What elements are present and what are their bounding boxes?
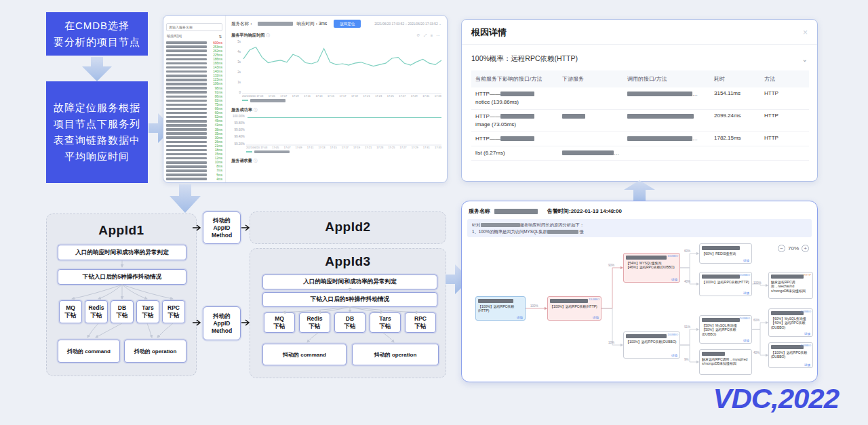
service-response-time: 8ms: [216, 165, 222, 168]
node-detail-link[interactable]: 详情: [671, 278, 677, 281]
node-cause-text: 【100%】远程RPC依赖(DUBBO): [626, 340, 677, 344]
service-name-redacted: [166, 54, 207, 57]
svg-text:40%: 40%: [684, 280, 690, 283]
svg-text:60%: 60%: [753, 319, 760, 322]
arrow-down-icon: [82, 57, 112, 81]
service-name-label: 服务名称：: [231, 21, 254, 27]
chart1-legend: [242, 99, 441, 102]
svg-text:100%: 100%: [753, 281, 762, 285]
table-row[interactable]: HTTP——notice (139.86ms)…3154.11msHTTP: [471, 87, 809, 110]
service-name-redacted: [166, 153, 207, 156]
node-title-redacted: [771, 311, 804, 315]
table-header: 下游服务: [558, 70, 623, 87]
root-cause-graph: 100%90%10%60%40%100%91%9%60%40% 【100%】远程…: [467, 243, 813, 378]
service-response-time: 91ms: [215, 91, 222, 94]
graph-node-w6[interactable]: 触发远程RPC调用，mysql/reds/mongoDB未知慢根因: [699, 349, 752, 375]
service-name-redacted: [166, 91, 207, 94]
appid3-operation-box: 抖动的 operation: [352, 344, 439, 365]
service-response-time: 41ms: [215, 123, 222, 127]
service-name-redacted: [166, 49, 207, 52]
graph-node-w7[interactable]: DUBBO【60%】MySQL查询慢【40%】远程RPC依赖(DUBBO)详情: [768, 308, 813, 337]
node-detail-link[interactable]: 详情: [517, 316, 523, 319]
service-list-item[interactable]: 4ms: [166, 177, 222, 181]
trace-service-redacted: [494, 209, 538, 214]
service-response-time: 26ms: [215, 140, 222, 144]
service-response-time: 35ms: [215, 132, 222, 136]
axis-tick: 17:13: [315, 94, 322, 98]
axis-tick: 17:29: [412, 146, 418, 149]
graph-node-w4[interactable]: DUBBO【100%】远程RPC依赖(DUBBO)详情: [623, 331, 680, 359]
service-response-time: 4ms: [216, 178, 222, 181]
graph-node-root[interactable]: 【100%】远程RPC依赖(HTTP)详情: [475, 296, 526, 321]
service-response-time: 38ms: [215, 128, 222, 131]
node-detail-link[interactable]: 详情: [743, 259, 749, 262]
graph-node-w2[interactable]: DUBBO【100%】远程RPC依赖(HTTP)详情: [699, 272, 752, 296]
axis-tick: 5s: [231, 40, 241, 43]
chart1-line-chart: [242, 40, 441, 94]
node-title-redacted: [478, 299, 513, 303]
service-response-time: 132ms: [213, 74, 222, 77]
axis-tick: 99.80%: [231, 121, 245, 125]
service-response-time: 5ms: [216, 174, 222, 177]
graph-node-p1[interactable]: DUBBO【100%】远程RPC依赖(HTTP)详情: [547, 296, 601, 321]
axis-tick: 17:27: [400, 146, 407, 149]
service-response-time: 15ms: [215, 153, 222, 156]
chevron-down-icon[interactable]: ⌄: [802, 56, 808, 63]
axis-tick: 99.40%: [231, 135, 245, 138]
drill-box-rpc: RPC下钻: [162, 300, 185, 323]
alert-text: 慢: [580, 229, 584, 234]
method-line: Method: [212, 327, 232, 335]
svg-text:100%: 100%: [530, 304, 538, 308]
service-response-time: 140ms: [213, 70, 222, 73]
arrow-up-icon: [624, 180, 655, 203]
service-name-redacted: [166, 87, 207, 89]
service-response-time: 82ms: [215, 99, 222, 102]
graph-node-w3[interactable]: HTTP触发远程RPC调用，/wechat/nds/mongoDB未知慢根因: [768, 272, 813, 299]
service-name-redacted: [166, 116, 207, 119]
service-response-time: 600ms: [213, 41, 222, 45]
node-detail-link[interactable]: 详情: [671, 354, 677, 357]
graph-node-w8[interactable]: DUBBO【100%】远程RPC依赖(DUBBO)详情: [768, 342, 813, 368]
service-name-redacted: [166, 145, 207, 148]
table-row[interactable]: HTTP——image (73.05ms)2099.24msHTTP: [471, 110, 809, 132]
table-row[interactable]: list (6.27ms)…: [471, 146, 809, 161]
date-range-picker[interactable]: 2021/06/20 17:03:52 ~ 2021/06/20 17:33:5…: [374, 22, 441, 26]
node-detail-link[interactable]: 详情: [743, 339, 749, 342]
appid3-entry-box: 入口的响应时间和成功率的异常判定: [262, 275, 437, 289]
node-cause-text: 触发远程RPC调用，/wechat/nds/mongoDB未知慢根因: [771, 280, 810, 293]
fault-locate-button[interactable]: 故障定位: [334, 20, 361, 28]
table-row[interactable]: HTTP——…1782.15msHTTP: [471, 132, 809, 146]
info-icon: ⓘ: [254, 159, 258, 163]
node-detail-link[interactable]: 详情: [743, 291, 749, 295]
service-name-redacted: [166, 128, 207, 131]
graph-node-w1[interactable]: 【60%】REDIS慢查询详情: [699, 243, 752, 264]
chart1-x-axis: 2021/06/20 17:0317:0517:0717:0917:1117:1…: [242, 94, 441, 98]
close-icon[interactable]: ×: [803, 28, 808, 37]
root-cause-table: 当前服务下影响的接口/方法下游服务调用的接口/方法耗时方法 HTTP——noti…: [471, 70, 809, 161]
node-detail-link[interactable]: 详情: [804, 332, 810, 336]
chart1-y-axis: 5s4s3s2s1s0: [231, 40, 242, 94]
service-search-input[interactable]: [166, 23, 222, 31]
axis-tick: 4s: [231, 50, 241, 54]
cmdb-select-line1: 在CMDB选择: [64, 18, 130, 34]
node-detail-link[interactable]: 详情: [593, 316, 599, 319]
node-detail-link[interactable]: 详情: [804, 363, 810, 367]
node-title-redacted: [626, 256, 667, 260]
service-list-sidebar: 响应时间 ⇅ 600ms253ms262ms225ms186ms166ms143…: [163, 16, 226, 182]
chart2-line-chart: [246, 115, 441, 146]
appid3-command-box: 抖动的 command: [262, 344, 347, 365]
axis-tick: 17:17: [340, 94, 347, 98]
node-title-redacted: [702, 352, 725, 356]
sort-icon[interactable]: ⇅: [218, 35, 222, 39]
node-protocol-tag: DUBBO: [668, 254, 678, 258]
table-header: 调用的接口/方法: [623, 70, 710, 87]
graph-node-p2[interactable]: DUBBO【54%】MYSQL慢查询【46%】远程RPC依赖(DUBBO)详情: [623, 253, 680, 283]
service-response-time: 186ms: [213, 58, 222, 61]
appid1-panel: AppId1 入口的响应时间和成功率的异常判定 下钻入口后的5种操作抖动情况 M…: [46, 214, 197, 376]
axis-tick: 17:05: [269, 94, 275, 98]
chart2-x-axis: 2021/06/20 17:0317:0517:0717:0917:1117:1…: [246, 146, 441, 149]
root-cause-panel: 根因详情 × 100%概率：远程RPC依赖(HTTP) ⌄ 当前服务下影响的接口…: [461, 19, 818, 182]
graph-node-w5[interactable]: DUBBO【50%】MySQL查询慢【50%】远程RPC依赖(DUBBO)详情: [699, 315, 752, 344]
chart-toolbar-icons[interactable]: ⟳ ⤢ ≡ ⋯: [417, 33, 441, 38]
appid1-title: AppId1: [47, 223, 196, 238]
